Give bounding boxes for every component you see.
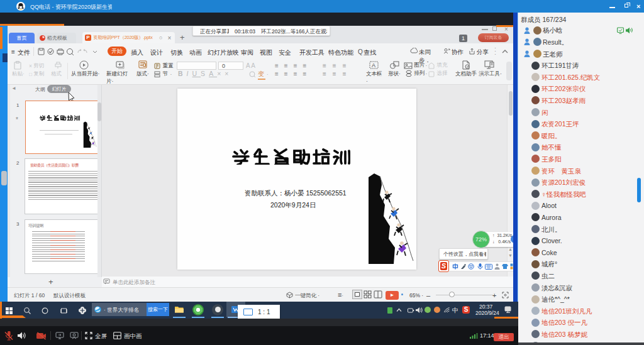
svg-text:A: A [372, 62, 375, 68]
